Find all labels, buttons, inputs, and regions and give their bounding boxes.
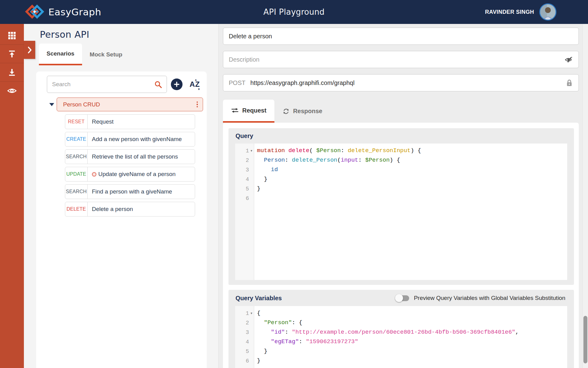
scenario-type-badge: CREATE — [65, 132, 88, 146]
request-arrows-icon — [231, 107, 239, 113]
tab-request[interactable]: Request — [223, 100, 274, 123]
page-title: API Playground — [263, 0, 325, 24]
preview-description-icon[interactable] — [564, 55, 573, 64]
scenario-type-badge: UPDATE — [65, 167, 88, 181]
list-item[interactable]: SEARCHRetrieve the list of all the perso… — [65, 149, 195, 164]
scenarios-card: AZ ▲ ▼ Person CRUD RESETRequestCREATEAdd… — [36, 71, 207, 368]
preview-toggle-row: Preview Query Variables with Global Vari… — [395, 294, 565, 302]
query-variables-title: Query Variables — [236, 295, 282, 302]
preview-toggle-switch[interactable] — [395, 294, 409, 302]
scenario-name-input[interactable] — [229, 33, 573, 40]
description-box — [223, 51, 579, 68]
avatar[interactable] — [539, 3, 556, 21]
scenario-group[interactable]: Person CRUD — [57, 98, 203, 111]
scenario-list: RESETRequestCREATEAdd a new person with … — [65, 114, 195, 217]
query-section-title: Query — [236, 132, 567, 140]
user-name: RAVINDER SINGH — [485, 9, 534, 15]
scenario-label: Add a new person with givenName — [88, 132, 195, 146]
scenario-group-row: Person CRUD — [47, 98, 203, 111]
top-header: EasyGraph API Playground RAVINDER SINGH — [0, 0, 588, 24]
scenario-label: Find a person with a giveName — [88, 185, 195, 199]
eye-icon[interactable] — [0, 82, 24, 100]
user-area[interactable]: RAVINDER SINGH — [485, 0, 556, 24]
tab-response[interactable]: Response — [274, 100, 330, 123]
kebab-menu-icon[interactable] — [196, 100, 199, 109]
add-scenario-button[interactable] — [171, 79, 183, 90]
code-area[interactable]: mutation delete( $Person: delete_PersonI… — [254, 144, 567, 280]
collapse-caret-icon[interactable] — [47, 103, 57, 106]
api-panel: Person API Scenarios Mock Setup — [24, 24, 219, 368]
search-row: AZ ▲ ▼ — [47, 76, 203, 93]
tab-scenarios[interactable]: Scenarios — [39, 44, 82, 65]
tab-mock-setup[interactable]: Mock Setup — [82, 44, 130, 65]
list-item[interactable]: CREATEAdd a new person with givenName — [65, 132, 195, 147]
request-panel: POST https://easygraph.graphifi.com/grap… — [219, 24, 588, 368]
preview-toggle-label: Preview Query Variables with Global Vari… — [414, 295, 565, 301]
http-method: POST — [229, 79, 245, 86]
upload-icon[interactable] — [0, 45, 24, 63]
search-box — [47, 76, 167, 93]
scenario-group-label: Person CRUD — [63, 101, 100, 108]
search-icon[interactable] — [154, 80, 162, 89]
scenario-label: Update giveName of a person — [88, 167, 195, 181]
query-variables-section: Query Variables Preview Query Variables … — [228, 290, 574, 368]
avatar-photo — [540, 4, 556, 20]
response-refresh-icon — [282, 108, 290, 115]
sidebar-expand-button[interactable] — [24, 41, 35, 59]
line-number-gutter: 1▾23456 — [235, 144, 254, 280]
brand[interactable]: EasyGraph — [25, 0, 101, 24]
scenario-type-badge: DELETE — [65, 202, 88, 216]
list-item[interactable]: DELETEDelete a person — [65, 202, 195, 217]
list-item[interactable]: RESETRequest — [65, 114, 195, 129]
line-number-gutter: 1▾23456 — [235, 306, 254, 368]
code-area[interactable]: { "Person": { "id": "http://example.com/… — [254, 306, 567, 368]
request-content-card: Query 1▾23456mutation delete( $Person: d… — [223, 123, 579, 368]
list-item[interactable]: SEARCHFind a person with a giveName — [65, 184, 195, 199]
icon-rail — [0, 24, 24, 368]
scrollbar-thumb[interactable] — [583, 316, 587, 363]
plus-icon — [174, 81, 180, 87]
apps-grid-icon[interactable] — [0, 26, 24, 45]
fold-caret-icon[interactable]: ▾ — [249, 311, 254, 315]
unsaved-marker-icon — [92, 172, 96, 177]
api-title: Person API — [40, 29, 218, 40]
query-editor[interactable]: 1▾23456mutation delete( $Person: delete_… — [235, 144, 567, 280]
scenario-type-badge: SEARCH — [65, 150, 88, 164]
vertical-scrollbar[interactable] — [582, 24, 588, 368]
left-tab-strip: Scenarios Mock Setup — [39, 44, 218, 65]
request-response-tabs: Request Response — [223, 100, 579, 123]
query-variables-editor[interactable]: 1▾23456{ "Person": { "id": "http://examp… — [235, 306, 567, 368]
scenario-type-badge: RESET — [65, 115, 88, 129]
chevron-right-icon — [28, 47, 32, 53]
scenario-label: Delete a person — [88, 202, 195, 216]
query-variables-header: Query Variables Preview Query Variables … — [236, 294, 565, 302]
scenario-name-box — [223, 28, 579, 45]
lock-icon — [566, 79, 573, 87]
scenario-type-badge: SEARCH — [65, 185, 88, 199]
app-window: EasyGraph API Playground RAVINDER SINGH — [0, 0, 588, 368]
search-input[interactable] — [52, 81, 154, 88]
easygraph-logo-icon — [25, 4, 44, 20]
list-item[interactable]: UPDATEUpdate giveName of a person — [65, 167, 195, 182]
brand-name: EasyGraph — [48, 6, 101, 17]
description-input[interactable] — [229, 56, 564, 63]
sort-az-icon[interactable]: AZ ▲ ▼ — [187, 78, 203, 90]
scenario-label: Request — [88, 115, 195, 129]
fold-caret-icon[interactable]: ▾ — [249, 149, 254, 153]
query-section: Query 1▾23456mutation delete( $Person: d… — [228, 128, 574, 285]
scenario-label: Retrieve the list of all the persons — [88, 150, 195, 164]
download-icon[interactable] — [0, 63, 24, 82]
endpoint-box: POST https://easygraph.graphifi.com/grap… — [223, 74, 579, 91]
endpoint-url[interactable]: https://easygraph.graphifi.com/graphql — [250, 79, 354, 86]
